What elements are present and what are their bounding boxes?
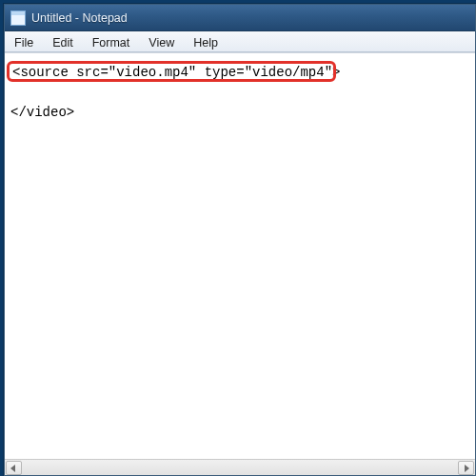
window-title: Untitled - Notepad	[31, 11, 128, 25]
editor-line-2: <source src="video.mp4" type="video/mp4"…	[12, 65, 340, 80]
editor-area[interactable]: <video width="1280" height="720"> <sourc…	[5, 52, 475, 459]
menubar: File Edit Format View Help	[5, 31, 475, 52]
scroll-left-arrow-icon[interactable]	[6, 461, 22, 475]
text-content[interactable]: <video width="1280" height="720"> <sourc…	[5, 53, 475, 459]
menu-help[interactable]: Help	[184, 31, 228, 51]
menu-file[interactable]: File	[5, 31, 43, 51]
editor-line-1-partial: <video width="1280" height="720">	[10, 53, 334, 62]
notepad-icon	[10, 10, 26, 26]
titlebar[interactable]: Untitled - Notepad	[5, 5, 475, 31]
horizontal-scrollbar[interactable]	[5, 459, 475, 475]
scroll-track[interactable]	[23, 461, 457, 475]
scroll-right-arrow-icon[interactable]	[458, 461, 474, 475]
notepad-window: Untitled - Notepad File Edit Format View…	[4, 4, 476, 476]
menu-format[interactable]: Format	[83, 31, 140, 51]
menu-edit[interactable]: Edit	[43, 31, 83, 51]
editor-line-4: </video>	[10, 105, 74, 120]
menu-view[interactable]: View	[139, 31, 184, 51]
